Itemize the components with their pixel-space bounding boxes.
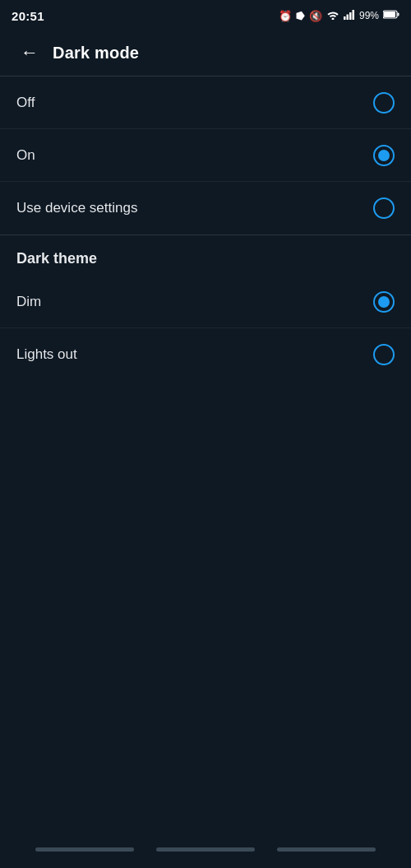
option-dim[interactable]: Dim <box>0 276 411 328</box>
app-bar: ← Dark mode <box>0 30 411 76</box>
option-off[interactable]: Off <box>0 77 411 129</box>
svg-rect-0 <box>344 16 346 20</box>
nav-pill-center <box>156 847 255 852</box>
option-device-settings[interactable]: Use device settings <box>0 182 411 234</box>
svg-rect-2 <box>349 12 352 20</box>
radio-lights-out <box>373 344 395 365</box>
bottom-nav <box>0 839 411 868</box>
status-bar: 20:51 ⏰ ⭓ 🔇 99% <box>0 0 411 30</box>
status-time: 20:51 <box>12 9 44 23</box>
signal-icon <box>344 10 355 22</box>
radio-on <box>373 145 395 166</box>
bluetooth-icon: ⭓ <box>296 10 305 22</box>
nav-pill-right <box>277 847 376 852</box>
page-title: Dark mode <box>53 44 139 63</box>
mute-icon: 🔇 <box>309 10 322 22</box>
option-lights-out-label: Lights out <box>16 346 77 363</box>
svg-rect-1 <box>346 14 349 20</box>
option-on-label: On <box>16 147 35 164</box>
option-dim-label: Dim <box>16 294 41 310</box>
radio-dim <box>373 291 395 313</box>
radio-dim-fill <box>378 296 390 308</box>
svg-rect-3 <box>352 10 354 20</box>
option-lights-out[interactable]: Lights out <box>0 328 411 381</box>
mode-options-list: Off On Use device settings <box>0 77 411 234</box>
alarm-icon: ⏰ <box>279 10 292 22</box>
option-device-label: Use device settings <box>16 200 137 216</box>
battery-icon <box>383 10 399 21</box>
nav-pill-left <box>35 847 134 852</box>
dark-theme-title: Dark theme <box>16 250 97 267</box>
radio-on-fill <box>378 150 390 161</box>
radio-device <box>373 197 395 219</box>
option-on[interactable]: On <box>0 129 411 182</box>
dark-theme-section-header: Dark theme <box>0 235 411 276</box>
svg-rect-6 <box>384 12 395 17</box>
radio-off <box>373 92 395 114</box>
svg-rect-5 <box>398 13 399 16</box>
status-icons: ⏰ ⭓ 🔇 99% <box>279 10 399 22</box>
dark-theme-options-list: Dim Lights out <box>0 276 411 381</box>
wifi-icon <box>326 10 339 22</box>
back-button[interactable]: ← <box>13 36 46 69</box>
battery-percentage: 99% <box>359 10 379 21</box>
option-off-label: Off <box>16 95 35 111</box>
back-arrow-icon: ← <box>21 44 39 62</box>
